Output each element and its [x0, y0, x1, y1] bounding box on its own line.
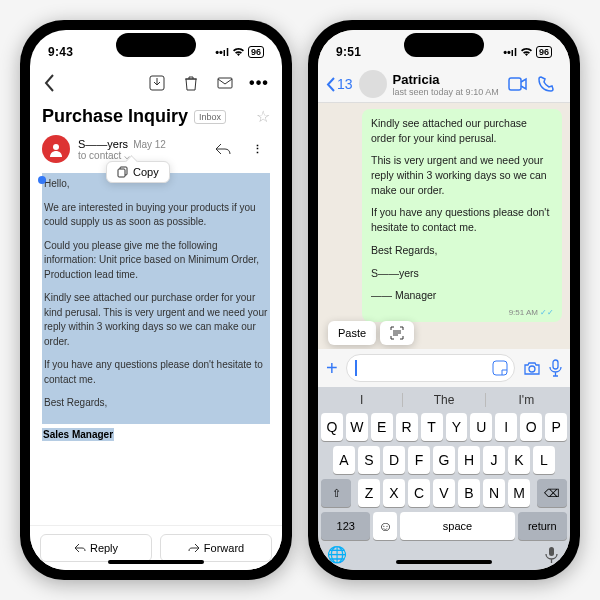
key-d[interactable]: D — [383, 446, 405, 474]
selected-text[interactable]: Hello, We are interested in buying your … — [42, 173, 270, 424]
sender-row: S——yers May 12 to contact ⌵ ⋮ Copy — [30, 133, 282, 165]
status-right: ••ıl 96 — [503, 46, 552, 58]
signal-icon: ••ıl — [503, 46, 517, 58]
wifi-icon — [520, 47, 533, 57]
body-p4: Kindly see attached our purchase order f… — [44, 291, 268, 349]
back-button[interactable]: 13 — [326, 76, 353, 92]
key-h[interactable]: H — [458, 446, 480, 474]
message-time: 9:51 AM ✓✓ — [509, 307, 554, 318]
suggestion-3[interactable]: I'm — [486, 393, 567, 407]
key-s[interactable]: S — [358, 446, 380, 474]
home-indicator[interactable] — [108, 560, 204, 564]
key-u[interactable]: U — [470, 413, 492, 441]
key-g[interactable]: G — [433, 446, 455, 474]
copy-popover[interactable]: Copy — [106, 161, 170, 183]
scan-text-button[interactable] — [380, 321, 414, 345]
chat-header: 13 Patricia last seen today at 9:10 AM — [318, 66, 570, 103]
key-j[interactable]: J — [483, 446, 505, 474]
trash-icon[interactable] — [178, 70, 204, 96]
key-t[interactable]: T — [421, 413, 443, 441]
key-f[interactable]: F — [408, 446, 430, 474]
key-c[interactable]: C — [408, 479, 430, 507]
home-indicator[interactable] — [396, 560, 492, 564]
copy-label: Copy — [133, 166, 159, 178]
mic-icon[interactable] — [549, 359, 562, 377]
key-r[interactable]: R — [396, 413, 418, 441]
key-v[interactable]: V — [433, 479, 455, 507]
attach-button[interactable]: + — [326, 357, 338, 380]
backspace-key[interactable]: ⌫ — [537, 479, 567, 507]
message-input[interactable] — [346, 354, 515, 382]
space-key[interactable]: space — [400, 512, 514, 540]
signal-icon: ••ıl — [215, 46, 229, 58]
star-icon[interactable]: ☆ — [256, 107, 270, 126]
shift-key[interactable]: ⇧ — [321, 479, 351, 507]
text-cursor — [355, 360, 357, 376]
body-p3: Could you please give me the following i… — [44, 239, 268, 283]
archive-icon[interactable] — [144, 70, 170, 96]
back-count: 13 — [337, 76, 353, 92]
key-b[interactable]: B — [458, 479, 480, 507]
subject-text: Purchase Inquiry — [42, 106, 188, 127]
phone-right: 9:51 ••ıl 96 13 Patricia last seen today… — [308, 20, 580, 580]
email-toolbar: ••• — [30, 66, 282, 100]
key-w[interactable]: W — [346, 413, 368, 441]
globe-key[interactable]: 🌐 — [324, 545, 350, 564]
back-button[interactable] — [40, 70, 59, 96]
contact-info[interactable]: Patricia last seen today at 9:10 AM — [393, 72, 502, 97]
key-m[interactable]: M — [508, 479, 530, 507]
key-n[interactable]: N — [483, 479, 505, 507]
key-l[interactable]: L — [533, 446, 555, 474]
key-i[interactable]: I — [495, 413, 517, 441]
sticker-icon[interactable] — [492, 360, 508, 376]
forward-button[interactable]: Forward — [160, 534, 272, 562]
return-key[interactable]: return — [518, 512, 567, 540]
inbox-chip: Inbox — [194, 110, 226, 124]
svg-rect-4 — [118, 169, 125, 177]
suggestions: I The I'm — [321, 390, 567, 413]
message-bubble[interactable]: Kindly see attached our purchase order f… — [362, 109, 562, 322]
123-key[interactable]: 123 — [321, 512, 370, 540]
video-call-icon[interactable] — [508, 77, 532, 91]
status-right: ••ıl 96 — [215, 46, 264, 58]
to-line: to contact — [78, 150, 121, 161]
battery-icon: 96 — [536, 46, 552, 58]
suggestion-2[interactable]: The — [403, 393, 485, 407]
emoji-key[interactable]: ☺ — [373, 512, 397, 540]
phone-left: 9:43 ••ıl 96 ••• Purchase Inquiry Inbox … — [20, 20, 292, 580]
last-seen: last seen today at 9:10 AM — [393, 87, 502, 97]
avatar — [42, 135, 70, 163]
reply-icon[interactable] — [210, 136, 236, 162]
keyboard: I The I'm QWERTYUIOP ASDFGHJKL ⇧ ZXCVBNM… — [318, 387, 570, 570]
paste-popover: Paste — [328, 321, 414, 345]
mail-icon[interactable] — [212, 70, 238, 96]
msg-p4: Best Regards, — [371, 243, 553, 258]
suggestion-1[interactable]: I — [321, 393, 403, 407]
more-sender-icon[interactable]: ⋮ — [244, 136, 270, 162]
msg-p5: S——yers — [371, 266, 553, 281]
email-body[interactable]: Hello, We are interested in buying your … — [30, 165, 282, 525]
more-icon[interactable]: ••• — [246, 70, 272, 96]
key-y[interactable]: Y — [446, 413, 468, 441]
contact-name: Patricia — [393, 72, 502, 87]
wifi-icon — [232, 47, 245, 57]
paste-button[interactable]: Paste — [328, 321, 376, 345]
dictation-key[interactable] — [538, 545, 564, 564]
key-x[interactable]: X — [383, 479, 405, 507]
key-z[interactable]: Z — [358, 479, 380, 507]
phone-call-icon[interactable] — [538, 76, 562, 92]
contact-avatar[interactable] — [359, 70, 387, 98]
reply-button[interactable]: Reply — [40, 534, 152, 562]
svg-point-2 — [53, 144, 59, 150]
key-k[interactable]: K — [508, 446, 530, 474]
key-a[interactable]: A — [333, 446, 355, 474]
sender-info: S——yers May 12 to contact ⌵ — [78, 138, 202, 161]
msg-p1: Kindly see attached our purchase order f… — [371, 116, 553, 145]
camera-icon[interactable] — [523, 361, 541, 376]
selection-start-handle[interactable] — [38, 176, 46, 184]
key-e[interactable]: E — [371, 413, 393, 441]
chat-area[interactable]: Kindly see attached our purchase order f… — [318, 103, 570, 349]
key-q[interactable]: Q — [321, 413, 343, 441]
key-p[interactable]: P — [545, 413, 567, 441]
key-o[interactable]: O — [520, 413, 542, 441]
